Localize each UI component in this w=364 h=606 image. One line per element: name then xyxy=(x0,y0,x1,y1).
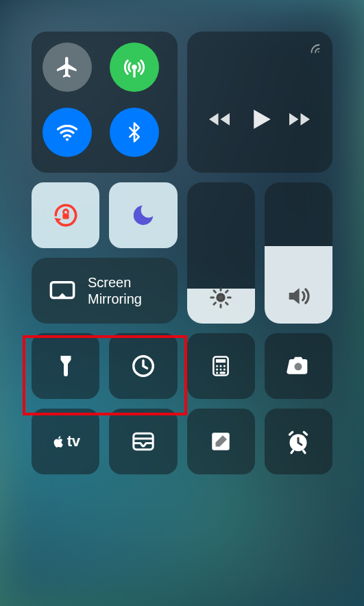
camera-button[interactable] xyxy=(265,333,332,399)
orientation-lock-icon xyxy=(51,200,81,230)
brightness-slider[interactable] xyxy=(187,182,255,324)
orientation-lock-button[interactable] xyxy=(32,182,99,248)
do-not-disturb-button[interactable] xyxy=(109,182,177,248)
play-button[interactable] xyxy=(245,105,274,134)
flashlight-icon xyxy=(53,354,78,378)
cellular-button[interactable] xyxy=(110,43,159,92)
camera-icon xyxy=(284,352,312,380)
flashlight-button[interactable] xyxy=(32,333,99,399)
timer-button[interactable] xyxy=(109,333,177,399)
svg-point-5 xyxy=(217,294,225,302)
screen-mirroring-icon xyxy=(48,276,77,305)
wifi-icon xyxy=(55,120,80,145)
svg-rect-18 xyxy=(216,359,226,363)
svg-line-12 xyxy=(214,303,216,305)
airplay-waves-icon xyxy=(308,41,323,56)
svg-point-25 xyxy=(216,372,218,374)
moon-icon xyxy=(130,202,156,228)
svg-point-24 xyxy=(223,368,226,370)
connectivity-module[interactable] xyxy=(32,32,178,173)
tv-label: tv xyxy=(67,433,80,450)
svg-point-23 xyxy=(220,368,222,370)
notes-button[interactable] xyxy=(187,409,255,474)
svg-line-10 xyxy=(214,291,216,293)
svg-point-15 xyxy=(64,367,66,369)
svg-point-19 xyxy=(216,365,218,367)
screen-mirroring-label: Screen Mirroring xyxy=(88,274,142,307)
screen-mirroring-button[interactable]: Screen Mirroring xyxy=(32,258,178,324)
apple-logo-icon xyxy=(51,433,65,450)
forward-button[interactable] xyxy=(287,107,312,132)
airplay-indicator xyxy=(308,41,323,59)
alarm-button[interactable] xyxy=(265,409,332,474)
wifi-button[interactable] xyxy=(43,108,92,157)
svg-rect-4 xyxy=(62,213,69,219)
wallet-icon xyxy=(130,428,157,455)
control-center: Screen Mirroring xyxy=(0,0,364,506)
notes-icon xyxy=(208,429,233,454)
svg-point-3 xyxy=(317,51,319,52)
calculator-button[interactable] xyxy=(187,333,255,399)
svg-rect-28 xyxy=(134,433,153,449)
alarm-icon xyxy=(284,428,312,455)
svg-point-20 xyxy=(220,365,222,367)
apple-tv-button[interactable]: tv xyxy=(32,409,99,474)
svg-point-2 xyxy=(66,138,69,141)
svg-line-11 xyxy=(226,303,228,305)
volume-icon xyxy=(284,282,312,310)
wallet-button[interactable] xyxy=(109,409,177,474)
calculator-icon xyxy=(209,354,232,378)
airplane-icon xyxy=(55,55,80,80)
media-module[interactable] xyxy=(187,32,333,173)
svg-rect-26 xyxy=(220,372,226,374)
svg-point-22 xyxy=(216,368,218,370)
brightness-icon xyxy=(208,285,233,310)
bluetooth-icon xyxy=(123,121,145,143)
volume-slider[interactable] xyxy=(265,182,332,324)
cellular-icon xyxy=(122,55,147,80)
airplane-mode-button[interactable] xyxy=(43,43,92,92)
svg-line-13 xyxy=(226,291,228,293)
timer-icon xyxy=(130,353,156,379)
svg-point-21 xyxy=(223,365,226,367)
rewind-button[interactable] xyxy=(207,107,232,132)
bluetooth-button[interactable] xyxy=(110,108,159,157)
svg-point-27 xyxy=(295,363,302,370)
